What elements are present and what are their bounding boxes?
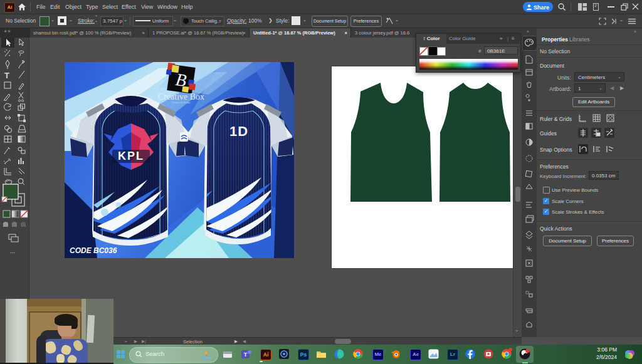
svg-text:T: T [244,351,248,358]
svg-text:KPL: KPL [118,150,144,162]
svg-text:Fashion & Design: Fashion & Design [172,101,190,104]
svg-text:Creative Box: Creative Box [158,92,204,101]
svg-text:1D: 1D [229,123,248,139]
svg-text:...: ... [10,247,15,254]
svg-text:CODE BC036: CODE BC036 [70,246,117,255]
svg-text:T: T [4,71,9,80]
